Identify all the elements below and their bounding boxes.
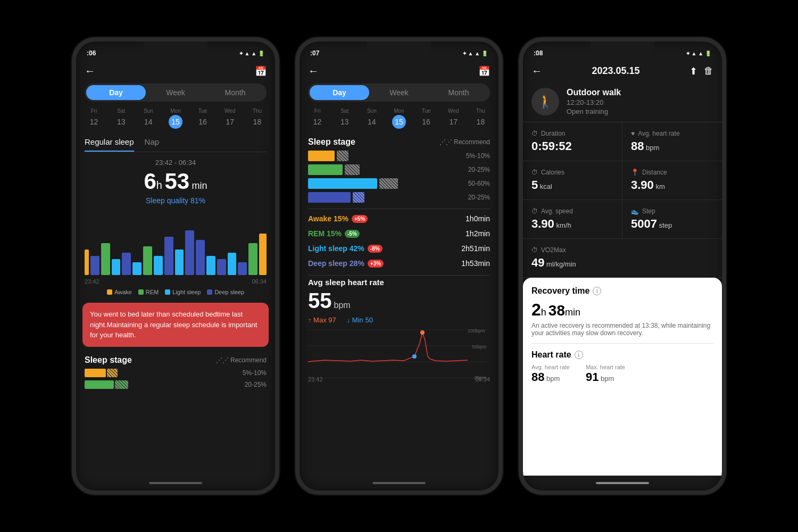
nav-header-1: ← 📅 (76, 61, 275, 81)
status-right-3: ✦ ▲ ▲ 🔋 (686, 51, 711, 56)
activity-icon-3: 🚶 (531, 88, 559, 115)
tab-month-2[interactable]: Month (429, 85, 488, 100)
recovery-title-3: Recovery time i (531, 286, 713, 296)
home-indicator-2 (300, 476, 498, 491)
status-bar-3: :08 ⊙ ✉ ⬛ ⬛ • ✦ ▲ ▲ 🔋 (523, 41, 722, 61)
sleep-quality-1: Sleep quality 81% (76, 196, 275, 205)
status-time-3: :08 (534, 49, 543, 57)
recovery-sub-3: An active recovery is recommended at 13:… (531, 322, 713, 337)
hr-info-icon-3[interactable]: i (575, 351, 583, 359)
stage-bar-deep-2: 20-25% (300, 190, 498, 204)
sleep-stage-header-2: Sleep stage ⋰⋰ Recommend (300, 133, 498, 149)
status-right-1: ✦ ▲ ▲ 🔋 (239, 51, 264, 56)
back-button-2[interactable]: ← (308, 65, 319, 77)
hr-avg-value-3: 88 (531, 370, 544, 384)
metric-distance: 📍Distance 3.90 km (622, 161, 722, 200)
phone-1: :06 ⊙ ✉ ⬛ ⬛ • ✦ ▲ ▲ 🔋 ← 📅 Day Week Month… (72, 37, 279, 495)
chart-times-1: 23:42 06:34 (76, 277, 275, 286)
stage-row-awake-1: 5%-10% (76, 367, 275, 379)
delete-icon-3[interactable]: 🗑 (704, 65, 713, 77)
stage-row-rem-1: 20-25% (76, 379, 275, 390)
nav-header-2: ← 📅 (300, 61, 498, 81)
sleep-minutes-1: 53 (164, 169, 189, 194)
back-button-3[interactable]: ← (531, 65, 542, 77)
sleep-duration-1: 6h 53 min (76, 169, 275, 194)
sleep-min-label-1: min (192, 180, 207, 191)
stage-detail-awake-2: Awake 15% +5% 1h0min (300, 211, 498, 226)
sleep-legend-1: Awake REM Light sleep Deep sleep (76, 286, 275, 298)
hr-chart-2: 100bpm 50bpm 0bpm 23:42 06:34 (300, 327, 498, 383)
home-indicator-3 (523, 476, 722, 491)
status-time-2: :07 (310, 49, 319, 57)
back-button-1[interactable]: ← (85, 65, 95, 77)
sub-tab-regular-1[interactable]: Regular sleep (85, 133, 134, 152)
tab-week-1[interactable]: Week (146, 85, 205, 100)
metric-avg-hr: ♥Avg. heart rate 88 bpm (622, 122, 722, 161)
status-icons-1: ⊙ ✉ ⬛ ⬛ • (153, 51, 182, 56)
svg-text:50bpm: 50bpm (472, 344, 487, 350)
activity-time-3: 12:20-13:20 (567, 98, 621, 106)
status-icons-2: ⊙ ✉ ⬛ ⬛ • (376, 51, 405, 56)
hr-max-value-3: 91 (586, 370, 598, 384)
calendar-icon-2[interactable]: 📅 (478, 65, 490, 77)
activity-section-3: 🚶 Outdoor walk 12:20-13:20 Open training (523, 81, 722, 122)
sleep-chart-1 (85, 211, 267, 275)
hr-stats-3: Avg. heart rate 88 bpm Max. heart rate 9… (531, 364, 713, 384)
stage-detail-deep-2: Deep sleep 28% +3% 1h53min (300, 256, 498, 271)
alert-box-1: You went to bed later than scheduled bed… (82, 303, 269, 347)
status-icons-3: ⊙ ✉ ⬛ ⬛ • (600, 51, 629, 56)
hr-section-title-2: Avg sleep heart rate (308, 278, 490, 287)
recovery-panel-3: Recovery time i 2h 38min An active recov… (523, 278, 722, 476)
sleep-stage-header-1: Sleep stage ⋰⋰ Recommend (76, 351, 275, 367)
sub-tab-nap-1[interactable]: Nap (145, 133, 160, 152)
hr-section-title-3: Heart rate i (531, 350, 713, 360)
stage-bar-light-2: 50-60% (300, 177, 498, 190)
stage-detail-light-2: Light sleep 42% -8% 2h51min (300, 241, 498, 256)
stage-bar-rem-2: 20-25% (300, 163, 498, 177)
workout-date-3: 2023.05.15 (592, 65, 639, 77)
sub-tabs-1: Regular sleep Nap (85, 133, 267, 152)
recovery-value-3: 2h (531, 300, 546, 320)
status-time-1: :06 (87, 49, 96, 57)
tab-week-2[interactable]: Week (369, 85, 429, 100)
status-bar-2: :07 ⊙ ✉ ⬛ ⬛ • ✦ ▲ ▲ 🔋 (300, 41, 498, 61)
recovery-value2-3: 38min (548, 302, 580, 319)
tab-bar-2: Day Week Month (308, 84, 490, 102)
status-bar-1: :06 ⊙ ✉ ⬛ ⬛ • ✦ ▲ ▲ 🔋 (76, 41, 275, 61)
date-row-1: Fri12 Sat13 Sun14 Mon15 Tue16 Wed17 Thu1… (76, 106, 275, 131)
activity-info-3: Outdoor walk 12:20-13:20 Open training (567, 88, 621, 115)
hr-unit-2: bpm (334, 301, 351, 310)
metric-calories: ⏱Calories 5 kcal (523, 161, 622, 200)
hr-value-2: 55 (308, 289, 332, 313)
svg-point-8 (412, 354, 417, 359)
stage-detail-rem-2: REM 15% -5% 1h2min (300, 226, 498, 241)
metric-step: 👟Step 5007 step (622, 200, 722, 239)
metric-duration: ⏱Duration 0:59:52 (523, 122, 622, 161)
sleep-time-range-1: 23:42 - 06:34 (76, 159, 275, 167)
share-icon-3[interactable]: ⬆ (689, 65, 697, 77)
tab-day-1[interactable]: Day (86, 85, 146, 100)
phone-3: :08 ⊙ ✉ ⬛ ⬛ • ✦ ▲ ▲ 🔋 ← 2023.05.15 ⬆ 🗑 🚶… (519, 37, 726, 495)
tab-month-1[interactable]: Month (205, 85, 265, 100)
activity-name-3: Outdoor walk (567, 88, 621, 97)
calendar-icon-1[interactable]: 📅 (255, 65, 267, 77)
phone-2: :07 ⊙ ✉ ⬛ ⬛ • ✦ ▲ ▲ 🔋 ← 📅 Day Week Month… (295, 37, 503, 495)
recovery-info-icon[interactable]: i (593, 287, 601, 295)
date-row-2: Fri12 Sat13 Sun14 Mon15 Tue16 Wed17 Thu1… (300, 106, 498, 131)
metrics-grid-3: ⏱Duration 0:59:52 ♥Avg. heart rate 88 bp… (523, 122, 722, 278)
sleep-hours-1: 6h (144, 169, 162, 194)
home-indicator-1 (76, 476, 275, 491)
tab-day-2[interactable]: Day (310, 85, 369, 100)
metric-avg-speed: ⏱Avg. speed 3.90 km/h (523, 200, 622, 239)
tab-bar-1: Day Week Month (85, 84, 267, 102)
status-right-2: ✦ ▲ ▲ 🔋 (462, 51, 488, 56)
workout-nav-3: ← 2023.05.15 ⬆ 🗑 (523, 61, 722, 81)
stage-bar-awake-2: 5%-10% (300, 149, 498, 163)
svg-point-7 (420, 330, 425, 335)
activity-type-3: Open training (567, 107, 621, 115)
svg-text:100bpm: 100bpm (468, 328, 485, 334)
divider-3 (531, 343, 713, 344)
metric-vo2max: ⏱VO2Max 49 ml/kg/min (523, 239, 722, 278)
hr-minmax-2: ↑ Max 97 ↓ Min 50 (308, 316, 490, 324)
